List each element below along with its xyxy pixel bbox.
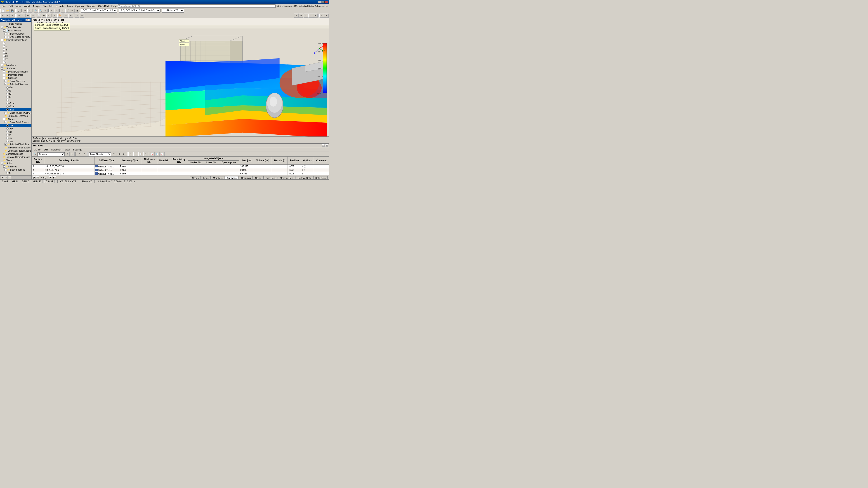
- expand-basic-stress[interactable]: +: [4, 80, 7, 82]
- bp-menu-edit[interactable]: Edit: [42, 148, 49, 151]
- menu-help[interactable]: Help: [110, 4, 118, 8]
- bp-maximize[interactable]: □: [322, 144, 324, 147]
- tree-equiv-stress[interactable]: 📁 Equivalent Stresses: [0, 114, 31, 118]
- tree-basic-total-strains[interactable]: − 📁 Basic Total Strains: [0, 121, 31, 124]
- bp-tb-collapse[interactable]: ▶: [70, 152, 74, 156]
- viewport-3d[interactable]: 75.00 80.00: [32, 25, 329, 143]
- tb-save[interactable]: 💾: [10, 8, 14, 13]
- tb2-yz[interactable]: YZ: [31, 13, 35, 18]
- bp-tb-excel[interactable]: 📊: [150, 152, 155, 156]
- tree-members[interactable]: + 📁 Members: [0, 64, 31, 67]
- tb-print[interactable]: 🖨: [16, 8, 21, 13]
- tab-solid-sets[interactable]: Solid Sets: [313, 176, 328, 180]
- menu-insert[interactable]: Insert: [22, 4, 31, 8]
- expand-internal[interactable]: +: [3, 74, 5, 76]
- bp-menu-goto[interactable]: Go To: [33, 148, 42, 151]
- tb2-solid-view[interactable]: ◼: [41, 13, 46, 18]
- pg-next[interactable]: ▶: [49, 176, 52, 179]
- nav-tab-static[interactable]: Static Analysis: [0, 22, 31, 26]
- bp-tb-bo-expand[interactable]: ▼: [112, 152, 116, 156]
- tree-exxm[interactable]: εxx-: [0, 130, 31, 133]
- tree-stresses-solid[interactable]: − 📁 Stresses: [0, 165, 31, 168]
- tree-exy[interactable]: εxy: [0, 136, 31, 140]
- tb2-xz[interactable]: XZ: [21, 13, 26, 18]
- radio-tau[interactable]: [6, 99, 8, 101]
- bp-close[interactable]: ✕: [326, 144, 328, 147]
- col-thickness[interactable]: ThicknessNo.: [141, 157, 157, 165]
- nav-close[interactable]: ✕: [28, 19, 31, 21]
- tree-elastic-stress[interactable]: + 📁 Elastic Stress Components: [0, 111, 31, 114]
- tree-diff-initial[interactable]: 📋 Differences to initial state: [0, 35, 31, 38]
- tree-principal-stresses[interactable]: − 📁 Principal Stresses: [0, 83, 31, 86]
- check-diff-initial[interactable]: [4, 36, 7, 38]
- radio-exy[interactable]: [6, 137, 8, 139]
- tree-shape[interactable]: 📁 Shape: [0, 159, 31, 162]
- radio-sx[interactable]: [6, 172, 8, 174]
- search-input[interactable]: [118, 4, 275, 8]
- pg-prev[interactable]: ◀: [36, 176, 39, 179]
- expand-strains[interactable]: −: [3, 118, 5, 120]
- tree-s1m[interactable]: σ1-: [0, 89, 31, 92]
- bp-tb-uncheck[interactable]: ✗: [82, 152, 86, 156]
- col-surface-no[interactable]: SurfaceNo.: [32, 157, 44, 165]
- tb-undo[interactable]: ↩: [23, 8, 27, 13]
- tb-surface[interactable]: ▭: [70, 8, 74, 13]
- bp-tb-expand[interactable]: ▼: [65, 152, 70, 156]
- col-material[interactable]: Material: [157, 157, 170, 165]
- title-bar-controls[interactable]: − □ ✕: [318, 1, 328, 3]
- tree-solids[interactable]: − 📁 Solids: [0, 162, 31, 165]
- expand-principal-strain[interactable]: +: [4, 143, 7, 145]
- bp-tb-bo-prev[interactable]: ◀: [117, 152, 121, 156]
- tree-tau[interactable]: τ: [0, 98, 31, 102]
- tree-surfaces[interactable]: − 📁 Surfaces: [0, 67, 31, 70]
- col-lines-no[interactable]: Lines No.: [204, 161, 219, 165]
- tb-solid[interactable]: ◼: [75, 8, 79, 13]
- tb2-snap4[interactable]: ↕: [308, 13, 313, 18]
- grid-button[interactable]: GRID: [11, 180, 19, 183]
- radio-exxm[interactable]: [6, 131, 8, 133]
- tree-principal-total-strains[interactable]: + 📁 Principal Total Strains: [0, 143, 31, 146]
- expand-global-def[interactable]: −: [1, 39, 3, 41]
- bp-tb-bo-next[interactable]: ▶: [122, 152, 126, 156]
- tb-node[interactable]: •: [61, 8, 65, 13]
- maximize-button[interactable]: □: [321, 1, 324, 3]
- radio-s2m[interactable]: [6, 96, 8, 98]
- combo-result[interactable]: S:C| CO2 LC1 + LC2 + LC3 + LC4: [119, 8, 160, 13]
- expand-surfaces[interactable]: −: [1, 67, 3, 70]
- radio-exyp[interactable]: [6, 124, 8, 127]
- snap-button[interactable]: SNAP: [1, 180, 9, 183]
- expand-elastic[interactable]: +: [4, 111, 7, 114]
- tb2-view3[interactable]: ⊟: [10, 13, 14, 18]
- tb-open[interactable]: 📂: [5, 8, 10, 13]
- radio-s1m[interactable]: [6, 90, 8, 92]
- menu-edit[interactable]: Edit: [7, 4, 14, 8]
- tree-pz[interactable]: φz: [0, 61, 31, 64]
- close-button[interactable]: ✕: [325, 1, 328, 3]
- radio-st2m[interactable]: [6, 105, 8, 107]
- tb2-view1[interactable]: ⊞: [0, 13, 5, 18]
- tb2-snap2[interactable]: ⊟: [299, 13, 303, 18]
- radio-u[interactable]: [3, 42, 5, 44]
- tab-nodes[interactable]: Nodes: [190, 176, 201, 180]
- tab-line-sets[interactable]: Line Sets: [264, 176, 278, 180]
- col-stiffness[interactable]: Stiffness Type: [94, 157, 119, 165]
- tree-uz[interactable]: uz: [0, 51, 31, 54]
- combo-coord[interactable]: 1 - Global XYZ: [162, 8, 184, 13]
- pg-first[interactable]: |◀: [33, 176, 36, 179]
- bp-tb-check[interactable]: ✓: [77, 152, 81, 156]
- tree-strains[interactable]: − 📁 Strains: [0, 118, 31, 121]
- tb2-result[interactable]: 🎨: [57, 13, 62, 18]
- nav-btn-2[interactable]: ⚙: [4, 176, 8, 179]
- col-options[interactable]: Options: [301, 157, 314, 165]
- tb-zoom-in[interactable]: 🔍: [34, 8, 38, 13]
- tree-uy[interactable]: uy: [0, 48, 31, 51]
- table-row[interactable]: 4 19-26,36-45,27 Without Thick... Plane …: [32, 168, 329, 172]
- nav-btn-1[interactable]: ▶: [1, 176, 4, 179]
- col-boundary-lines[interactable]: Boundary Lines No.: [44, 157, 94, 165]
- tree-contact-stresses[interactable]: 📁 Contact Stresses: [0, 152, 31, 156]
- expand-basic-strain[interactable]: −: [4, 121, 7, 123]
- radio-uy[interactable]: [3, 48, 5, 51]
- nav-pin[interactable]: 📌: [26, 19, 28, 21]
- menu-file[interactable]: File: [0, 4, 7, 8]
- tree-internal-forces[interactable]: + 📁 Internal Forces: [0, 73, 31, 76]
